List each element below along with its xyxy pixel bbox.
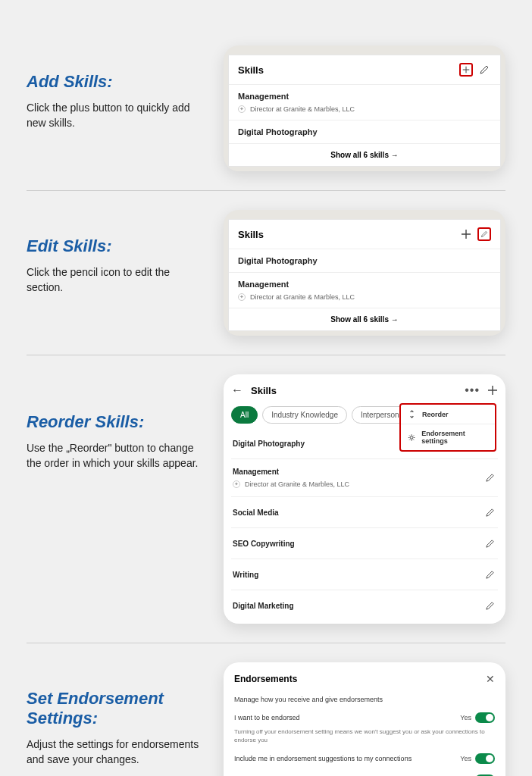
endorse-desc: Manage how you receive and give endorsem… — [234, 696, 495, 703]
pencil-icon[interactable] — [477, 227, 491, 241]
skill-name: Management — [238, 92, 491, 101]
skill-row: Management ✦Director at Granite & Marble… — [231, 459, 498, 497]
toggle-row: Include me in endorsement suggestions to… — [234, 753, 495, 764]
body-edit: Click the pencil icon to edit the sectio… — [27, 265, 208, 295]
skill-sub: Director at Granite & Marbles, LLC — [250, 105, 355, 113]
plus-icon[interactable] — [459, 63, 473, 77]
heading-edit: Edit Skills: — [27, 236, 208, 256]
endorse-icon: ✦ — [233, 480, 240, 488]
section-edit-skills: Edit Skills: Click the pencil icon to ed… — [27, 190, 505, 355]
skill-name: Digital Photography — [238, 256, 491, 265]
toggle-switch[interactable] — [475, 753, 495, 764]
menu-label: Endorsement settings — [421, 430, 488, 445]
toggle-help: Turning off your endorsement setting mea… — [234, 728, 495, 744]
skill-row: Writing — [231, 559, 498, 590]
endorsements-card: Endorsements ✕ Manage how you receive an… — [224, 662, 505, 776]
skill-sub: Director at Granite & Marbles, LLC — [245, 480, 349, 488]
skill-row: Management ✦ Director at Granite & Marbl… — [229, 272, 500, 308]
overflow-menu: Reorder Endorsement settings — [399, 403, 496, 452]
show-all-link[interactable]: Show all 6 skills → — [229, 308, 500, 330]
section-add-skills: Add Skills: Click the plus button to qui… — [27, 27, 505, 190]
body-reorder: Use the „Reorder" button to change the o… — [27, 441, 208, 471]
pencil-icon[interactable] — [483, 537, 496, 550]
skill-name: Digital Marketing — [233, 602, 483, 610]
skill-row: Digital Photography — [229, 120, 500, 143]
skill-row: Digital Photography — [229, 249, 500, 272]
toggle-value: Yes — [460, 714, 471, 721]
heading-add: Add Skills: — [27, 72, 208, 92]
section-reorder-skills: Reorder Skills: Use the „Reorder" button… — [27, 355, 505, 643]
panel-title: Skills — [238, 64, 264, 76]
skill-name: SEO Copywriting — [233, 540, 483, 548]
toggle-label: Include me in endorsement suggestions to… — [234, 755, 412, 762]
skill-name: Management — [238, 280, 491, 289]
panel-title: Endorsements — [234, 674, 297, 684]
gear-icon — [408, 433, 415, 442]
panel-title: Skills — [251, 385, 277, 396]
menu-item-endorsement[interactable]: Endorsement settings — [401, 424, 495, 450]
toggle-switch[interactable] — [475, 712, 495, 723]
panel-title: Skills — [238, 229, 264, 240]
body-endorse: Adjust the settings for endorsements and… — [27, 737, 208, 767]
skill-name: Social Media — [233, 508, 483, 517]
reorder-icon — [408, 410, 416, 418]
close-icon[interactable]: ✕ — [486, 673, 495, 685]
filter-pill-industry[interactable]: Industry Knowledge — [262, 406, 347, 424]
plus-icon[interactable] — [459, 227, 473, 241]
skill-row: Management ✦ Director at Granite & Marbl… — [229, 84, 500, 120]
toggle-label: I want to be endorsed — [234, 714, 300, 721]
skill-row: Social Media — [231, 497, 498, 528]
more-icon[interactable]: ••• — [465, 383, 480, 397]
skill-sub: Director at Granite & Marbles, LLC — [250, 293, 355, 301]
endorse-icon: ✦ — [238, 293, 246, 301]
skill-row: Digital Marketing — [231, 590, 498, 621]
pencil-icon[interactable] — [483, 471, 496, 485]
skill-name: Management — [233, 468, 483, 476]
pencil-icon[interactable] — [483, 505, 496, 519]
endorse-icon: ✦ — [238, 105, 246, 113]
toggle-value: Yes — [460, 755, 471, 762]
menu-label: Reorder — [422, 411, 449, 418]
toggle-row: I want to be endorsed Yes — [234, 712, 495, 723]
pencil-icon[interactable] — [483, 599, 496, 612]
body-add: Click the plus button to quickly add new… — [27, 101, 208, 130]
plus-icon[interactable] — [487, 385, 498, 396]
skill-name: Writing — [233, 571, 483, 579]
skills-card-reorder: ← Skills ••• Reorder — [224, 374, 505, 624]
svg-point-0 — [410, 436, 412, 438]
heading-endorse: Set Endorsement Settings: — [27, 689, 208, 728]
skill-row: SEO Copywriting — [231, 528, 498, 559]
menu-item-reorder[interactable]: Reorder — [401, 405, 495, 424]
skill-name: Digital Photography — [238, 127, 491, 136]
show-all-link[interactable]: Show all 6 skills → — [229, 143, 500, 166]
heading-reorder: Reorder Skills: — [27, 412, 208, 432]
section-endorsement-settings: Set Endorsement Settings: Adjust the set… — [27, 643, 505, 776]
back-arrow-icon[interactable]: ← — [231, 383, 243, 397]
pencil-icon[interactable] — [483, 568, 496, 581]
skills-card-edit: Skills Digital Photography — [224, 210, 505, 336]
skills-card-add: Skills Management ✦ — [224, 45, 505, 171]
filter-pill-all[interactable]: All — [231, 406, 258, 424]
pencil-icon[interactable] — [477, 63, 491, 77]
